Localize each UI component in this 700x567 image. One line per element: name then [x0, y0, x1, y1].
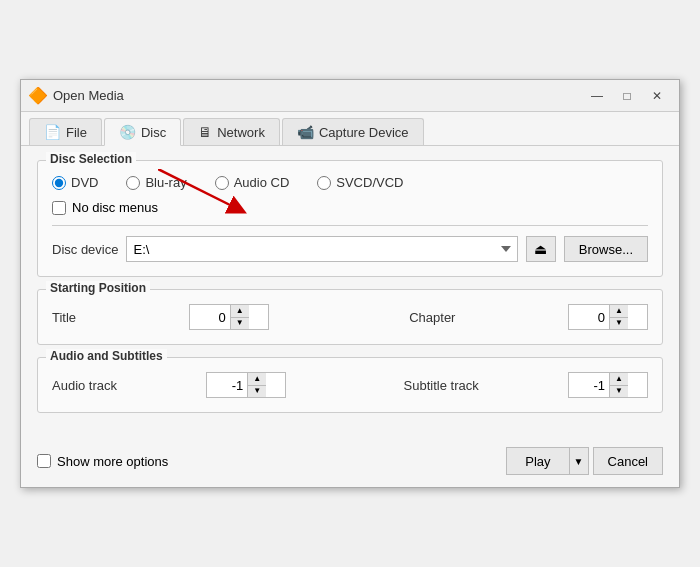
- chapter-input[interactable]: [569, 305, 609, 329]
- audio-track-decrement-button[interactable]: ▼: [248, 386, 266, 398]
- cancel-button[interactable]: Cancel: [593, 447, 663, 475]
- no-disc-menus-checkbox[interactable]: [52, 201, 66, 215]
- network-tab-icon: 🖥: [198, 124, 212, 140]
- audio-track-spinner: ▲ ▼: [206, 372, 286, 398]
- disc-device-row: Disc device E:\ ⏏ Browse...: [52, 236, 648, 262]
- title-input[interactable]: [190, 305, 230, 329]
- main-content: Disc Selection DVD Blu-ray: [21, 146, 679, 439]
- bluray-radio[interactable]: [126, 176, 140, 190]
- disc-device-select[interactable]: E:\: [126, 236, 517, 262]
- title-spinner-buttons: ▲ ▼: [230, 305, 249, 329]
- maximize-button[interactable]: □: [613, 86, 641, 106]
- app-icon: 🔶: [29, 87, 47, 105]
- audiocd-radio[interactable]: [215, 176, 229, 190]
- subtitle-track-spinner: ▲ ▼: [568, 372, 648, 398]
- dvd-radio-option[interactable]: DVD: [52, 175, 98, 190]
- action-buttons: Play ▼ Cancel: [506, 447, 663, 475]
- open-media-dialog: 🔶 Open Media — □ ✕ 📄 File 💿 Disc 🖥 Netwo…: [20, 79, 680, 488]
- subtitle-track-input[interactable]: [569, 373, 609, 397]
- audiocd-label: Audio CD: [234, 175, 290, 190]
- audio-subtitles-group: Audio and Subtitles Audio track ▲ ▼ Subt…: [37, 357, 663, 413]
- show-more-options-checkbox[interactable]: [37, 454, 51, 468]
- no-disc-menus-label: No disc menus: [72, 200, 158, 215]
- dvd-label: DVD: [71, 175, 98, 190]
- starting-position-group: Starting Position Title ▲ ▼ Chapter ▲: [37, 289, 663, 345]
- title-decrement-button[interactable]: ▼: [231, 318, 249, 330]
- audio-track-increment-button[interactable]: ▲: [248, 373, 266, 386]
- tab-capture-label: Capture Device: [319, 125, 409, 140]
- no-disc-menus-row: No disc menus: [52, 200, 648, 215]
- browse-button[interactable]: Browse...: [564, 236, 648, 262]
- subtitle-track-decrement-button[interactable]: ▼: [610, 386, 628, 398]
- bluray-label: Blu-ray: [145, 175, 186, 190]
- title-spinner: ▲ ▼: [189, 304, 269, 330]
- chapter-decrement-button[interactable]: ▼: [610, 318, 628, 330]
- window-title: Open Media: [53, 88, 583, 103]
- tab-disc-label: Disc: [141, 125, 166, 140]
- tab-bar: 📄 File 💿 Disc 🖥 Network 📹 Capture Device: [21, 112, 679, 146]
- audio-track-input[interactable]: [207, 373, 247, 397]
- tab-disc[interactable]: 💿 Disc: [104, 118, 181, 146]
- disc-tab-icon: 💿: [119, 124, 136, 140]
- svcd-label: SVCD/VCD: [336, 175, 403, 190]
- position-grid: Title ▲ ▼ Chapter ▲ ▼: [52, 304, 648, 330]
- chapter-increment-button[interactable]: ▲: [610, 305, 628, 318]
- title-field-label: Title: [52, 310, 181, 325]
- file-tab-icon: 📄: [44, 124, 61, 140]
- minimize-button[interactable]: —: [583, 86, 611, 106]
- audio-subtitles-label: Audio and Subtitles: [46, 349, 167, 363]
- disc-selection-label: Disc Selection: [46, 152, 136, 166]
- svcd-radio-option[interactable]: SVCD/VCD: [317, 175, 403, 190]
- play-group: Play ▼: [506, 447, 588, 475]
- tab-file-label: File: [66, 125, 87, 140]
- disc-type-radio-group: DVD Blu-ray Audio CD SVCD/VCD: [52, 175, 648, 190]
- disc-selection-group: Disc Selection DVD Blu-ray: [37, 160, 663, 277]
- chapter-field-label: Chapter: [409, 310, 560, 325]
- audio-subtitles-grid: Audio track ▲ ▼ Subtitle track ▲ ▼: [52, 372, 648, 398]
- audio-track-field-label: Audio track: [52, 378, 198, 393]
- chapter-spinner: ▲ ▼: [568, 304, 648, 330]
- show-more-options-label[interactable]: Show more options: [37, 454, 168, 469]
- titlebar: 🔶 Open Media — □ ✕: [21, 80, 679, 112]
- close-button[interactable]: ✕: [643, 86, 671, 106]
- divider: [52, 225, 648, 226]
- bottom-bar: Show more options Play ▼ Cancel: [21, 439, 679, 487]
- subtitle-track-field-label: Subtitle track: [404, 378, 560, 393]
- svcd-radio[interactable]: [317, 176, 331, 190]
- disc-device-label: Disc device: [52, 242, 118, 257]
- bluray-radio-option[interactable]: Blu-ray: [126, 175, 186, 190]
- play-button[interactable]: Play: [506, 447, 568, 475]
- title-increment-button[interactable]: ▲: [231, 305, 249, 318]
- audio-track-spinner-buttons: ▲ ▼: [247, 373, 266, 397]
- eject-button[interactable]: ⏏: [526, 236, 556, 262]
- chapter-spinner-buttons: ▲ ▼: [609, 305, 628, 329]
- audiocd-radio-option[interactable]: Audio CD: [215, 175, 290, 190]
- tab-capture[interactable]: 📹 Capture Device: [282, 118, 424, 145]
- tab-file[interactable]: 📄 File: [29, 118, 102, 145]
- titlebar-buttons: — □ ✕: [583, 86, 671, 106]
- capture-tab-icon: 📹: [297, 124, 314, 140]
- subtitle-track-increment-button[interactable]: ▲: [610, 373, 628, 386]
- dvd-radio[interactable]: [52, 176, 66, 190]
- tab-network[interactable]: 🖥 Network: [183, 118, 280, 145]
- tab-network-label: Network: [217, 125, 265, 140]
- play-dropdown-button[interactable]: ▼: [569, 447, 589, 475]
- starting-position-label: Starting Position: [46, 281, 150, 295]
- show-more-options-text: Show more options: [57, 454, 168, 469]
- subtitle-track-spinner-buttons: ▲ ▼: [609, 373, 628, 397]
